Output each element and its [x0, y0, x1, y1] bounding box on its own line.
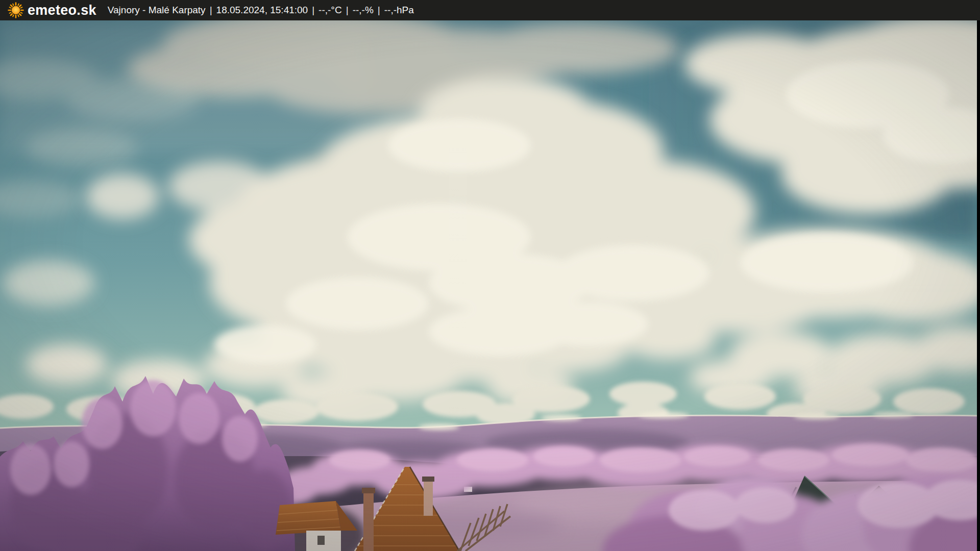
emeteo-webcam-page: emeteo.sk Vajnory - Malé Karpaty | 18.05…: [0, 0, 980, 551]
chimney: [363, 491, 374, 551]
window: [317, 536, 325, 545]
sun-logo-icon: [7, 2, 24, 19]
station-name: Vajnory - Malé Karpaty: [108, 5, 206, 16]
separator: |: [210, 5, 212, 16]
lens-streak: [449, 148, 467, 426]
separator: |: [346, 5, 349, 16]
chimney: [424, 480, 433, 516]
separator: |: [312, 5, 314, 16]
station-pressure: --,-hPa: [384, 5, 414, 16]
separator: |: [378, 5, 380, 16]
station-temperature: --,-°C: [318, 5, 342, 16]
header-bar: emeteo.sk Vajnory - Malé Karpaty | 18.05…: [0, 0, 980, 20]
image-edge-strip: [977, 20, 980, 551]
station-info: Vajnory - Malé Karpaty | 18.05.2024, 15:…: [108, 5, 414, 16]
station-humidity: --,-%: [353, 5, 374, 16]
station-datetime: 18.05.2024, 15:41:00: [216, 5, 308, 16]
webcam-photo: [0, 20, 980, 551]
site-logo-text[interactable]: emeteo.sk: [28, 3, 96, 18]
